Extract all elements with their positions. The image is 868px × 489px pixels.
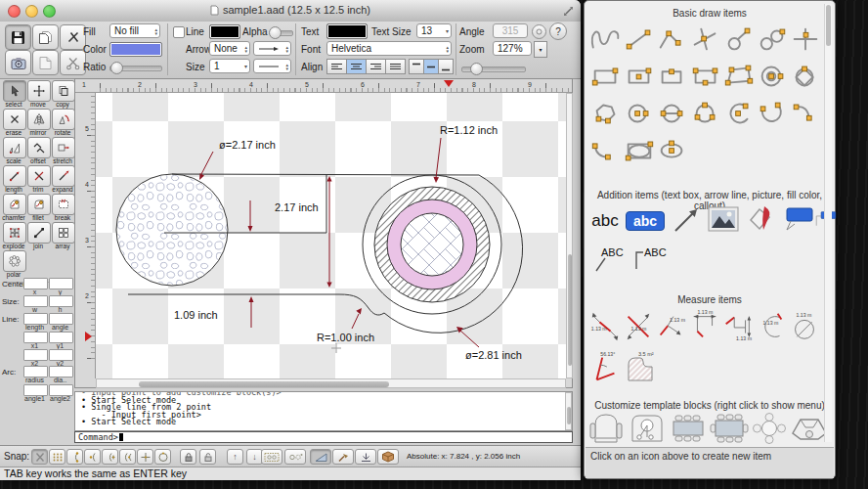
align-center-button[interactable] — [346, 59, 367, 74]
draw-item-perpendicular-line[interactable] — [689, 24, 722, 54]
draw-item-quadrilateral[interactable] — [722, 62, 756, 91]
tool-offset-button[interactable] — [27, 137, 51, 158]
ungroup-button[interactable] — [284, 449, 306, 465]
tool-erase-button[interactable] — [3, 109, 26, 130]
canvas-vscroll-thumb[interactable] — [568, 254, 572, 366]
console-scroll-thumb[interactable] — [567, 407, 571, 424]
draw-item-arc-center[interactable] — [722, 99, 756, 128]
draw-item-concentric-circles[interactable] — [756, 62, 789, 91]
tool-expand-button[interactable] — [52, 165, 75, 187]
tool-move-button[interactable] — [27, 80, 51, 102]
tool-chamfer-button[interactable] — [3, 194, 26, 215]
tool-polar-button[interactable] — [3, 250, 26, 272]
draw-item-rectangle-center[interactable] — [623, 62, 656, 91]
measure-item-angle[interactable]: 56.13° — [588, 349, 622, 386]
text-color-swatch[interactable] — [326, 23, 368, 39]
arrow-select[interactable]: None▴▾ — [209, 41, 250, 56]
draw-item-tangent-circle[interactable] — [722, 24, 756, 54]
view-3d-toggle[interactable] — [377, 449, 399, 465]
tool-rotate-button[interactable] — [52, 109, 75, 130]
ratio-slider[interactable] — [109, 66, 162, 71]
add-item-corner-text-callout[interactable]: ABC — [631, 244, 674, 275]
template-round-table-four[interactable] — [751, 412, 788, 445]
snap-circle-button[interactable] — [154, 449, 171, 465]
angle-dial-button[interactable] — [532, 24, 546, 39]
tool-explode-button[interactable] — [3, 222, 26, 244]
template-armchair[interactable] — [586, 412, 626, 445]
snap-intersection-button[interactable] — [119, 449, 136, 465]
tool-join-button[interactable] — [27, 222, 51, 244]
draw-item-polygon[interactable] — [589, 99, 623, 128]
draw-item-rectangle-two-point[interactable] — [589, 62, 623, 91]
snap-crosshair-button[interactable] — [31, 449, 48, 465]
snap-point-button[interactable] — [137, 449, 153, 465]
add-item-callout-filled[interactable] — [780, 202, 815, 236]
drawing-canvas[interactable]: ø=2.17 inch R=1.12 inch 2.17 inch 1.09 i… — [96, 93, 566, 378]
template-conference-table-six[interactable] — [669, 412, 708, 445]
snap-grid-button[interactable] — [49, 449, 65, 465]
tool-scale-button[interactable] — [3, 137, 26, 158]
zoom-stepper-button[interactable]: ▾ — [534, 41, 547, 58]
view-tool-toggle[interactable] — [332, 449, 354, 465]
color-swatch[interactable] — [109, 42, 162, 57]
draw-item-arc-three-point[interactable] — [589, 136, 623, 165]
group-button[interactable] — [261, 449, 282, 465]
palette-scroll-thumb[interactable] — [826, 5, 831, 46]
tool-fillet-button[interactable] — [27, 194, 51, 215]
add-item-picture[interactable] — [706, 202, 741, 236]
canvas-hscroll-thumb[interactable] — [139, 381, 389, 387]
tool-copy-button[interactable] — [52, 80, 75, 102]
add-item-fill-color[interactable] — [743, 202, 778, 236]
template-conference-table-eight[interactable] — [710, 412, 749, 445]
line-color-swatch[interactable] — [209, 24, 240, 39]
paste-button[interactable] — [32, 50, 59, 75]
resize-icon[interactable] — [562, 4, 575, 22]
snap-endpoint-button[interactable] — [66, 449, 83, 465]
valign-middle-button[interactable] — [423, 59, 439, 74]
draw-item-circle-center-radius[interactable] — [623, 99, 656, 128]
measure-item-cross[interactable]: 1.13 m — [622, 308, 655, 345]
add-item-text-box[interactable]: abc — [626, 206, 665, 236]
measure-item-depth[interactable]: 1.13 m — [688, 308, 721, 345]
draw-item-circle-diameter[interactable] — [656, 99, 689, 128]
measure-item-diameter[interactable]: 1.13 m — [788, 308, 821, 345]
valign-bottom-button[interactable] — [438, 59, 454, 74]
tool-trim-button[interactable] — [27, 165, 51, 187]
command-input[interactable]: Command> — [74, 431, 573, 443]
tool-length-button[interactable] — [3, 165, 26, 187]
template-bathroom-sink[interactable] — [628, 412, 667, 445]
add-item-arrow-line[interactable] — [671, 204, 702, 236]
fill-select[interactable]: No fill▴▾ — [109, 23, 160, 38]
angle-input[interactable]: 315 — [493, 23, 528, 38]
draw-item-two-circles[interactable] — [756, 24, 789, 54]
draw-item-rectangle-width[interactable] — [656, 62, 689, 91]
draw-item-ellipse-in-rectangle[interactable] — [623, 136, 656, 165]
bring-forward-button[interactable]: ↑ — [227, 449, 243, 465]
zoom-select[interactable]: 127% — [493, 41, 532, 56]
measure-item-linear[interactable]: 1.13 m — [588, 308, 622, 345]
measure-item-corner[interactable]: 1.13 m — [655, 308, 688, 345]
measure-item-offset[interactable]: 1.13 m — [721, 308, 755, 345]
text-size-select[interactable]: 13▾ — [416, 23, 452, 38]
help-button[interactable]: ? — [549, 22, 567, 40]
valign-top-button[interactable] — [409, 59, 424, 74]
add-item-text[interactable]: abc — [588, 204, 622, 238]
zoom-slider[interactable] — [461, 67, 526, 72]
tool-select-button[interactable] — [3, 80, 26, 102]
measure-item-area[interactable]: 3.5 m² — [622, 349, 659, 386]
snap-midpoint-button[interactable] — [84, 449, 101, 465]
view-top-toggle[interactable] — [355, 449, 376, 465]
align-left-button[interactable] — [326, 59, 347, 74]
tool-array-button[interactable] — [52, 222, 75, 244]
snap-center-button[interactable] — [102, 449, 118, 465]
measure-item-radius[interactable]: 1.13 m — [755, 308, 788, 345]
arrow-style-select[interactable]: ▴▾ — [253, 41, 291, 56]
alpha-slider[interactable] — [270, 30, 293, 36]
add-item-slant-text-callout[interactable]: ABC — [592, 244, 628, 275]
draw-item-polyline[interactable] — [656, 24, 689, 54]
duplicate-button[interactable] — [32, 24, 59, 50]
unlock-button[interactable] — [199, 449, 216, 465]
draw-item-arc-two-point[interactable] — [789, 99, 822, 128]
cut-button[interactable] — [60, 50, 86, 75]
view-ruler-toggle[interactable] — [310, 449, 331, 465]
